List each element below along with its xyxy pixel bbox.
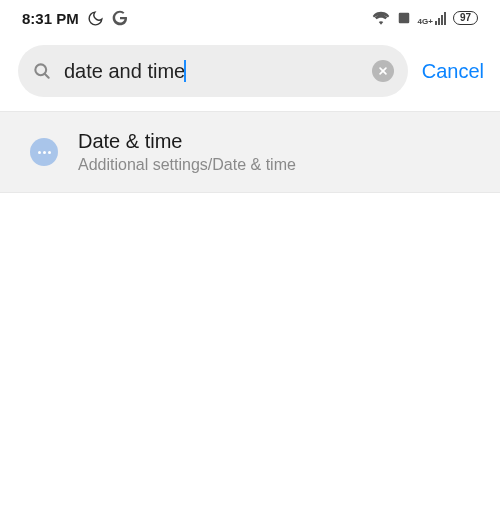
status-time: 8:31 PM xyxy=(22,10,79,27)
google-icon xyxy=(112,10,128,26)
result-title: Date & time xyxy=(78,130,296,153)
svg-line-2 xyxy=(45,74,49,78)
search-row: date and time Cancel xyxy=(0,34,500,111)
close-icon xyxy=(378,62,388,80)
cancel-button[interactable]: Cancel xyxy=(422,60,484,83)
clear-button[interactable] xyxy=(372,60,394,82)
sim-icon xyxy=(397,11,411,25)
more-icon xyxy=(30,138,58,166)
wifi-icon xyxy=(372,11,390,25)
svg-rect-0 xyxy=(398,13,409,24)
search-results: Date & time Additional settings/Date & t… xyxy=(0,111,500,193)
signal-icon: 4G+ xyxy=(418,12,446,25)
network-label: 4G+ xyxy=(418,18,433,25)
result-item-date-time[interactable]: Date & time Additional settings/Date & t… xyxy=(0,112,500,192)
result-text: Date & time Additional settings/Date & t… xyxy=(78,130,296,174)
moon-icon xyxy=(87,10,104,27)
status-right: 4G+ 97 xyxy=(372,11,478,25)
search-icon xyxy=(32,61,52,81)
battery-indicator: 97 xyxy=(453,11,478,25)
search-box[interactable]: date and time xyxy=(18,45,408,97)
result-path: Additional settings/Date & time xyxy=(78,156,296,174)
status-left: 8:31 PM xyxy=(22,10,128,27)
status-bar: 8:31 PM 4G+ 97 xyxy=(0,0,500,34)
